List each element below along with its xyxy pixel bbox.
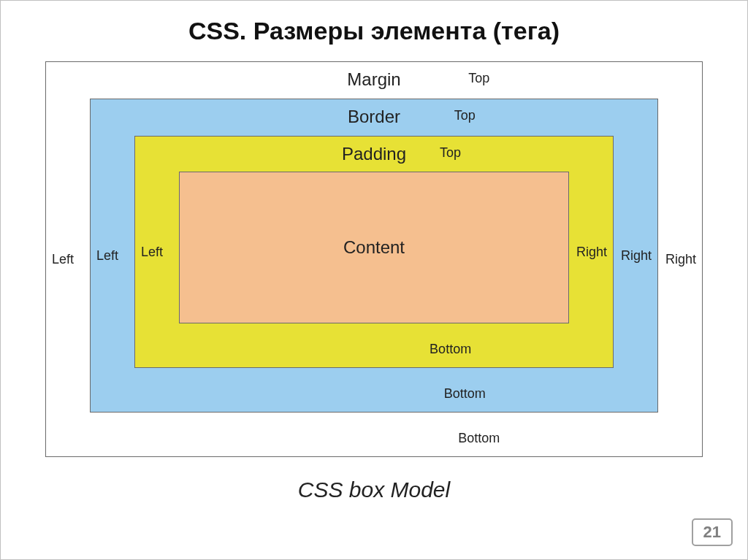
- margin-layer: Margin Top Bottom Left Right Border Top …: [46, 62, 702, 456]
- border-left-label: Left: [96, 248, 118, 264]
- border-label: Border: [348, 107, 400, 127]
- margin-top-label: Top: [468, 71, 489, 86]
- content-label: Content: [343, 237, 405, 258]
- padding-label: Padding: [342, 144, 406, 164]
- border-right-label: Right: [621, 248, 652, 264]
- margin-bottom-label: Bottom: [458, 431, 500, 446]
- padding-layer: Padding Top Bottom Left Right Content: [134, 136, 614, 368]
- padding-right-label: Right: [576, 245, 607, 260]
- margin-label: Margin: [347, 69, 400, 90]
- border-bottom-label: Bottom: [444, 386, 486, 402]
- slide-title: CSS. Размеры элемента (тега): [1, 1, 747, 51]
- slide-caption: CSS box Model: [1, 477, 747, 502]
- content-layer: Content: [179, 172, 569, 323]
- padding-bottom-label: Bottom: [430, 342, 471, 357]
- margin-right-label: Right: [665, 252, 696, 267]
- border-top-label: Top: [454, 108, 476, 123]
- margin-left-label: Left: [52, 252, 74, 267]
- padding-top-label: Top: [440, 145, 461, 161]
- border-layer: Border Top Bottom Left Right Padding Top…: [90, 99, 658, 413]
- box-model-diagram: Margin Top Bottom Left Right Border Top …: [45, 61, 703, 457]
- page-number: 21: [692, 518, 733, 546]
- padding-left-label: Left: [141, 245, 163, 260]
